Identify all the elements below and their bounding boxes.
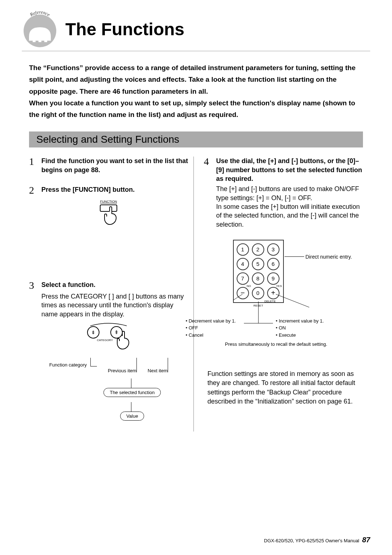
keypad-annotations: Decrement value by 1. OFF Cancel Increme… (186, 317, 363, 339)
keypad-figure: 1 2 3 4 5 6 7 8 9 − 0 + NO YES DELETE RE… (233, 240, 363, 303)
key-0: 0 (252, 287, 264, 299)
category-label: CATEGORY (97, 339, 113, 342)
decrement-annotation: Decrement value by 1. OFF Cancel (186, 317, 236, 339)
direct-entry-note: Direct numeric entry. (306, 254, 356, 260)
key-minus: − (237, 287, 249, 299)
key-9: 9 (267, 272, 279, 285)
simultaneous-press-note: Press simultaneously to recall the defau… (189, 341, 363, 348)
page-footer: DGX-620/520, YPG-625/525 Owner's Manual … (264, 536, 370, 544)
step-number: 2 (29, 185, 37, 195)
step-number: 3 (29, 280, 37, 291)
svg-rect-1 (38, 37, 41, 42)
section-title: Selecting and Setting Functions (29, 131, 363, 147)
function-button-figure: FUNCTION (29, 199, 188, 230)
label-next-item: Next item (148, 356, 168, 373)
key-2: 2 (252, 243, 264, 256)
svg-rect-2 (33, 37, 36, 42)
value-pill: Value (29, 412, 188, 421)
step-title: Use the dial, the [+] and [-] buttons, o… (216, 157, 363, 183)
column-right: 4 Use the dial, the [+] and [-] buttons,… (204, 157, 363, 431)
step-body: The [+] and [-] buttons are used to make… (216, 185, 363, 228)
function-button-label: FUNCTION (100, 200, 117, 203)
label-function-category: Function category (49, 356, 97, 373)
svg-text:⇟: ⇟ (91, 329, 95, 335)
key-4: 4 (237, 258, 249, 270)
manual-title: DGX-620/520, YPG-625/525 Owner's Manual (264, 538, 359, 543)
step-title: Select a function. (41, 280, 95, 289)
key-5: 5 (252, 258, 264, 270)
step-2: 2 Press the [FUNCTION] button. FUNCTION (29, 185, 188, 230)
step-number: 4 (204, 157, 212, 167)
memory-note: Function settings are stored in memory a… (208, 369, 363, 406)
reference-badge: Reference (22, 11, 58, 47)
key-6: 6 (267, 258, 279, 270)
label-reset: RESET (253, 304, 263, 307)
step-title: Find the function you want to set in the… (41, 157, 188, 174)
label-previous-item: Previous item (108, 356, 137, 373)
step-body: Press the CATEGORY [ ] and [ ] buttons a… (41, 292, 188, 319)
key-1: 1 (237, 243, 249, 256)
label-delete: DELETE (264, 300, 275, 303)
columns: 1 Find the function you want to set in t… (29, 157, 363, 431)
step-3: 3 Select a function. Press the CATEGORY … (29, 280, 188, 421)
svg-rect-5 (100, 205, 117, 211)
key-7: 7 (237, 272, 249, 285)
key-plus: + (267, 287, 279, 299)
increment-annotation: Increment value by 1. ON Execute (276, 317, 324, 339)
column-left: 1 Find the function you want to set in t… (29, 157, 194, 431)
step-1: 1 Find the function you want to set in t… (29, 157, 188, 174)
key-3: 3 (267, 243, 279, 256)
label-yes: YES (276, 284, 282, 288)
step-title: Press the [FUNCTION] button. (41, 185, 135, 194)
step-4: 4 Use the dial, the [+] and [-] buttons,… (204, 157, 363, 348)
svg-text:⇞: ⇞ (114, 329, 119, 335)
page-title: The Functions (65, 19, 184, 39)
intro-paragraph: The “Functions” provide access to a rang… (29, 62, 363, 121)
svg-rect-3 (44, 37, 47, 42)
key-8: 8 (252, 272, 264, 285)
keypad: 1 2 3 4 5 6 7 8 9 − 0 + NO YES DELETE RE… (233, 240, 284, 303)
label-no: NO (247, 284, 251, 288)
page-number: 87 (362, 536, 370, 544)
step-number: 1 (29, 157, 37, 167)
page-header: Reference The Functions (22, 11, 370, 51)
category-labels-row: Function category Previous item Next ite… (29, 356, 188, 373)
selected-function-pill: The selected function (29, 388, 188, 397)
category-buttons-figure: ⇟ ⇞ CATEGORY (29, 323, 188, 353)
